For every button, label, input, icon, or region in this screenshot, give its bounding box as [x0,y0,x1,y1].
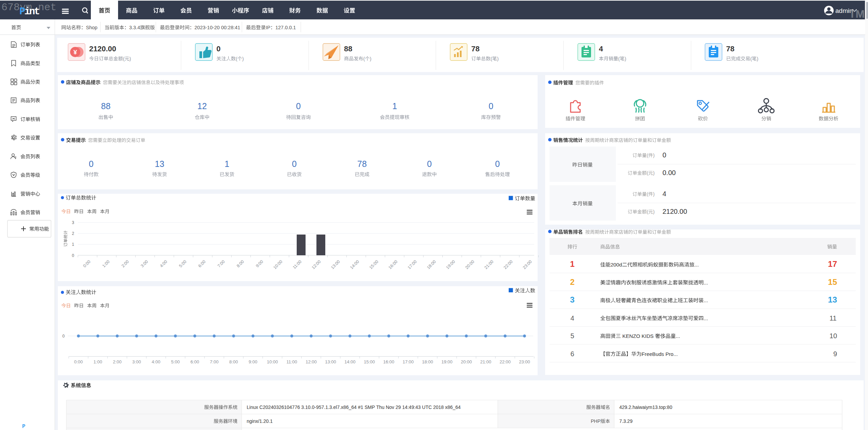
svg-text:200d: 200d [610,262,622,268]
svg-text:...: ... [704,297,708,303]
svg-text:12: 12 [197,101,207,111]
svg-text:): ) [653,191,655,197]
svg-text:3: 3 [72,220,74,225]
svg-text:13: 13 [828,295,837,304]
svg-text:): ) [625,56,626,62]
svg-text:(: ( [647,191,649,197]
svg-text:3.3.4: 3.3.4 [129,25,140,30]
svg-text:(: ( [750,56,752,62]
svg-text:11: 11 [830,314,837,322]
svg-text:429.2.haiwaiym13.top:80: 429.2.haiwaiym13.top:80 [619,405,672,410]
svg-text:2023-10-20 00:28:41: 2023-10-20 00:28:41 [195,25,241,30]
svg-text:2: 2 [570,277,574,287]
svg-text:(: ( [491,56,492,62]
svg-text:6: 6 [570,350,574,358]
svg-text:7:00: 7:00 [210,359,218,364]
svg-text:88: 88 [344,45,352,53]
svg-text:3: 3 [570,295,574,304]
svg-text:9:00: 9:00 [249,359,257,364]
svg-text:16:00: 16:00 [383,359,394,364]
svg-text:4: 4 [662,190,666,197]
svg-text:6:00: 6:00 [191,359,199,364]
svg-text:15: 15 [828,277,837,287]
svg-text:9: 9 [833,350,837,358]
svg-text:TM: TM [849,8,865,20]
svg-text:): ) [653,170,655,176]
svg-text:PHP: PHP [591,418,601,424]
svg-text:18:00: 18:00 [422,359,433,364]
svg-text:...: ... [676,333,680,339]
svg-text:0: 0 [72,253,74,258]
svg-text:10:00: 10:00 [267,359,278,364]
svg-text:7.3.29: 7.3.29 [619,418,633,424]
svg-text:22:00: 22:00 [499,359,511,364]
svg-text:0: 0 [662,151,666,159]
svg-text:78: 78 [726,45,734,53]
svg-text:13: 13 [155,159,164,169]
svg-text:P: P [22,424,26,430]
svg-text:3:00: 3:00 [132,359,141,364]
svg-text:): ) [653,153,655,158]
svg-text:4: 4 [570,314,574,322]
svg-text:IP: IP [266,25,271,30]
svg-text:5: 5 [570,332,574,340]
svg-text:20:00: 20:00 [461,359,472,364]
svg-text:78: 78 [357,159,367,169]
svg-text:(: ( [647,153,649,158]
svg-text:14:00: 14:00 [344,359,356,364]
svg-text:): ) [497,56,499,62]
svg-text:13:00: 13:00 [325,359,336,364]
svg-text:(: ( [618,56,620,62]
svg-text:17:00: 17:00 [403,359,414,364]
svg-text:1: 1 [72,242,74,247]
svg-text:(: ( [236,56,238,62]
svg-text:Pint: Pint [19,6,39,17]
svg-text:2: 2 [72,231,74,236]
svg-text:0: 0 [89,159,94,169]
svg-text:1: 1 [570,259,574,269]
svg-text:0:00: 0:00 [74,359,83,364]
svg-text:10: 10 [830,332,837,340]
svg-text:Linux C20240326104776 3.10.0-9: Linux C20240326104776 3.10.0-957.1.3.el7… [247,405,461,410]
svg-text:8:00: 8:00 [229,359,238,364]
svg-text:1: 1 [392,101,397,111]
svg-text:): ) [653,209,655,214]
svg-text:0: 0 [495,159,500,169]
svg-text:2:00: 2:00 [113,359,121,364]
svg-text:1:00: 1:00 [94,359,102,364]
svg-text:(: ( [647,209,649,214]
svg-text:Shop: Shop [86,25,98,30]
svg-text:¥: ¥ [73,49,77,56]
svg-text:2120.00: 2120.00 [662,208,687,215]
svg-text:19:00: 19:00 [441,359,453,364]
svg-text:): ) [242,56,244,62]
svg-text:...: ... [704,315,708,321]
svg-text:12:00: 12:00 [306,359,317,364]
svg-text:4:00: 4:00 [152,359,160,364]
svg-text:17: 17 [828,259,837,269]
svg-text:0: 0 [216,45,220,53]
svg-text:88: 88 [101,101,111,111]
svg-text:5:00: 5:00 [171,359,180,364]
svg-text:21:00: 21:00 [480,359,491,364]
svg-text:11:00: 11:00 [286,359,297,364]
svg-text:...: ... [694,262,699,268]
svg-text:...: ... [704,280,708,286]
svg-text:15:00: 15:00 [364,359,375,364]
svg-text:): ) [129,56,131,62]
svg-text:78: 78 [471,45,479,53]
svg-text:1: 1 [225,159,229,169]
svg-text:0: 0 [489,101,493,111]
svg-text:(: ( [363,56,365,62]
svg-text:127.0.0.1: 127.0.0.1 [275,25,296,30]
svg-text:0: 0 [427,159,432,169]
svg-text:): ) [757,56,758,62]
svg-text:4: 4 [599,45,603,53]
svg-text:nginx/1.20.1: nginx/1.20.1 [247,418,273,424]
svg-text:0: 0 [62,334,65,339]
svg-text:FreeBuds Pro...: FreeBuds Pro... [642,351,678,357]
svg-text:0.00: 0.00 [662,169,676,176]
svg-text:(: ( [123,56,125,62]
svg-text:): ) [370,56,372,62]
svg-text:KENZO KIDS: KENZO KIDS [621,333,655,339]
